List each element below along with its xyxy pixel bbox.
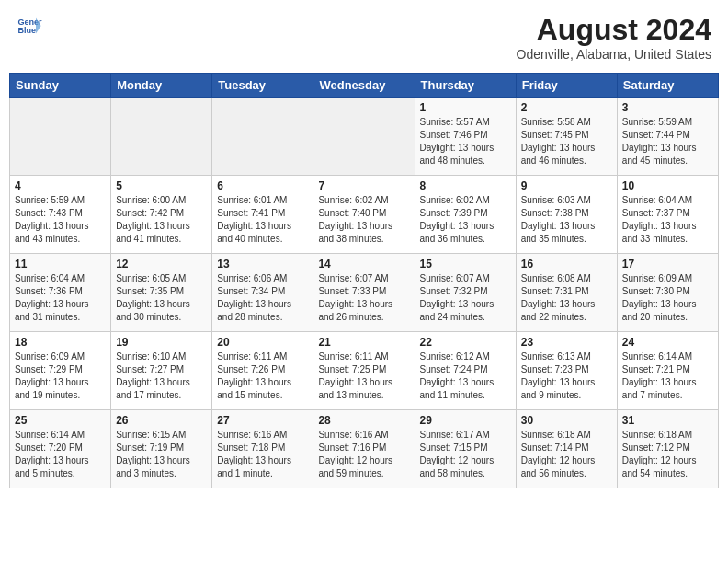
calendar-cell: 5Sunrise: 6:00 AMSunset: 7:42 PMDaylight…	[111, 176, 212, 254]
calendar-cell: 16Sunrise: 6:08 AMSunset: 7:31 PMDayligh…	[516, 254, 617, 332]
calendar-cell	[313, 98, 415, 176]
main-title: August 2024	[517, 13, 711, 47]
calendar-cell: 24Sunrise: 6:14 AMSunset: 7:21 PMDayligh…	[617, 332, 718, 410]
day-number: 12	[116, 258, 207, 270]
week-row-2: 4Sunrise: 5:59 AMSunset: 7:43 PMDaylight…	[10, 176, 719, 254]
logo: General Blue	[17, 13, 46, 39]
day-number: 2	[521, 101, 612, 114]
day-number: 8	[420, 179, 511, 192]
calendar-cell: 17Sunrise: 6:09 AMSunset: 7:30 PMDayligh…	[617, 254, 718, 332]
day-number: 25	[15, 414, 106, 427]
header-monday: Monday	[111, 74, 212, 98]
header-friday: Friday	[516, 74, 617, 98]
day-info: Sunrise: 6:05 AMSunset: 7:35 PMDaylight:…	[116, 272, 207, 324]
calendar-cell: 7Sunrise: 6:02 AMSunset: 7:40 PMDaylight…	[313, 176, 415, 254]
day-info: Sunrise: 6:02 AMSunset: 7:39 PMDaylight:…	[420, 194, 511, 246]
calendar-cell: 29Sunrise: 6:17 AMSunset: 7:15 PMDayligh…	[415, 410, 516, 488]
calendar-cell	[10, 98, 111, 176]
day-number: 3	[622, 101, 713, 114]
day-number: 30	[521, 414, 612, 427]
day-info: Sunrise: 6:08 AMSunset: 7:31 PMDaylight:…	[521, 272, 612, 324]
calendar-cell: 4Sunrise: 5:59 AMSunset: 7:43 PMDaylight…	[10, 176, 111, 254]
day-info: Sunrise: 6:02 AMSunset: 7:40 PMDaylight:…	[318, 194, 409, 246]
calendar-header-row: SundayMondayTuesdayWednesdayThursdayFrid…	[10, 74, 719, 98]
day-number: 11	[15, 258, 106, 270]
day-info: Sunrise: 6:14 AMSunset: 7:20 PMDaylight:…	[15, 429, 106, 480]
calendar-cell: 8Sunrise: 6:02 AMSunset: 7:39 PMDaylight…	[415, 176, 516, 254]
day-number: 24	[622, 336, 713, 349]
day-number: 18	[15, 336, 106, 349]
calendar-cell: 10Sunrise: 6:04 AMSunset: 7:37 PMDayligh…	[617, 176, 718, 254]
day-info: Sunrise: 6:01 AMSunset: 7:41 PMDaylight:…	[217, 194, 308, 246]
calendar-cell: 13Sunrise: 6:06 AMSunset: 7:34 PMDayligh…	[212, 254, 313, 332]
calendar-cell: 22Sunrise: 6:12 AMSunset: 7:24 PMDayligh…	[415, 332, 516, 410]
calendar-cell: 1Sunrise: 5:57 AMSunset: 7:46 PMDaylight…	[415, 98, 516, 176]
day-info: Sunrise: 6:03 AMSunset: 7:38 PMDaylight:…	[521, 194, 612, 246]
day-info: Sunrise: 6:09 AMSunset: 7:29 PMDaylight:…	[15, 350, 106, 402]
day-number: 20	[217, 336, 308, 349]
day-info: Sunrise: 5:59 AMSunset: 7:43 PMDaylight:…	[15, 194, 106, 246]
calendar-cell: 30Sunrise: 6:18 AMSunset: 7:14 PMDayligh…	[516, 410, 617, 488]
day-info: Sunrise: 6:04 AMSunset: 7:36 PMDaylight:…	[15, 272, 106, 324]
day-number: 6	[217, 179, 308, 192]
calendar-cell: 19Sunrise: 6:10 AMSunset: 7:27 PMDayligh…	[111, 332, 212, 410]
calendar-cell: 25Sunrise: 6:14 AMSunset: 7:20 PMDayligh…	[10, 410, 111, 488]
calendar-cell: 9Sunrise: 6:03 AMSunset: 7:38 PMDaylight…	[516, 176, 617, 254]
day-info: Sunrise: 6:06 AMSunset: 7:34 PMDaylight:…	[217, 272, 308, 324]
day-info: Sunrise: 6:10 AMSunset: 7:27 PMDaylight:…	[116, 350, 207, 402]
day-number: 26	[116, 414, 207, 427]
calendar-cell: 21Sunrise: 6:11 AMSunset: 7:25 PMDayligh…	[313, 332, 415, 410]
day-info: Sunrise: 6:12 AMSunset: 7:24 PMDaylight:…	[420, 350, 511, 402]
calendar-cell: 27Sunrise: 6:16 AMSunset: 7:18 PMDayligh…	[212, 410, 313, 488]
page-header: General Blue August 2024 Odenville, Alab…	[9, 9, 719, 65]
day-info: Sunrise: 5:59 AMSunset: 7:44 PMDaylight:…	[622, 116, 713, 167]
week-row-5: 25Sunrise: 6:14 AMSunset: 7:20 PMDayligh…	[10, 410, 719, 488]
day-number: 19	[116, 336, 207, 349]
day-number: 17	[622, 258, 713, 270]
day-number: 27	[217, 414, 308, 427]
day-info: Sunrise: 6:15 AMSunset: 7:19 PMDaylight:…	[116, 429, 207, 480]
week-row-3: 11Sunrise: 6:04 AMSunset: 7:36 PMDayligh…	[10, 254, 719, 332]
calendar-cell: 11Sunrise: 6:04 AMSunset: 7:36 PMDayligh…	[10, 254, 111, 332]
day-number: 7	[318, 179, 409, 192]
day-number: 13	[217, 258, 308, 270]
header-wednesday: Wednesday	[313, 74, 415, 98]
day-number: 1	[420, 101, 511, 114]
week-row-1: 1Sunrise: 5:57 AMSunset: 7:46 PMDaylight…	[10, 98, 719, 176]
day-info: Sunrise: 6:07 AMSunset: 7:32 PMDaylight:…	[420, 272, 511, 324]
calendar-cell: 23Sunrise: 6:13 AMSunset: 7:23 PMDayligh…	[516, 332, 617, 410]
day-number: 9	[521, 179, 612, 192]
day-number: 15	[420, 258, 511, 270]
calendar-cell: 6Sunrise: 6:01 AMSunset: 7:41 PMDaylight…	[212, 176, 313, 254]
day-number: 21	[318, 336, 409, 349]
calendar-cell	[111, 98, 212, 176]
header-tuesday: Tuesday	[212, 74, 313, 98]
day-info: Sunrise: 5:58 AMSunset: 7:45 PMDaylight:…	[521, 116, 612, 167]
header-thursday: Thursday	[415, 74, 516, 98]
week-row-4: 18Sunrise: 6:09 AMSunset: 7:29 PMDayligh…	[10, 332, 719, 410]
calendar-cell: 26Sunrise: 6:15 AMSunset: 7:19 PMDayligh…	[111, 410, 212, 488]
calendar-cell: 15Sunrise: 6:07 AMSunset: 7:32 PMDayligh…	[415, 254, 516, 332]
calendar-cell	[212, 98, 313, 176]
day-info: Sunrise: 6:04 AMSunset: 7:37 PMDaylight:…	[622, 194, 713, 246]
day-number: 28	[318, 414, 409, 427]
day-number: 31	[622, 414, 713, 427]
day-number: 14	[318, 258, 409, 270]
calendar-cell: 14Sunrise: 6:07 AMSunset: 7:33 PMDayligh…	[313, 254, 415, 332]
day-info: Sunrise: 6:17 AMSunset: 7:15 PMDaylight:…	[420, 429, 511, 480]
calendar-table: SundayMondayTuesdayWednesdayThursdayFrid…	[9, 73, 719, 488]
day-info: Sunrise: 6:18 AMSunset: 7:14 PMDaylight:…	[521, 429, 612, 480]
header-saturday: Saturday	[617, 74, 718, 98]
day-info: Sunrise: 6:11 AMSunset: 7:26 PMDaylight:…	[217, 350, 308, 402]
calendar-cell: 31Sunrise: 6:18 AMSunset: 7:12 PMDayligh…	[617, 410, 718, 488]
svg-text:Blue: Blue	[17, 26, 36, 35]
day-number: 22	[420, 336, 511, 349]
day-number: 4	[15, 179, 106, 192]
day-info: Sunrise: 6:16 AMSunset: 7:16 PMDaylight:…	[318, 429, 409, 480]
subtitle: Odenville, Alabama, United States	[517, 47, 711, 62]
day-info: Sunrise: 6:07 AMSunset: 7:33 PMDaylight:…	[318, 272, 409, 324]
day-number: 5	[116, 179, 207, 192]
calendar-cell: 12Sunrise: 6:05 AMSunset: 7:35 PMDayligh…	[111, 254, 212, 332]
day-info: Sunrise: 6:09 AMSunset: 7:30 PMDaylight:…	[622, 272, 713, 324]
day-number: 23	[521, 336, 612, 349]
